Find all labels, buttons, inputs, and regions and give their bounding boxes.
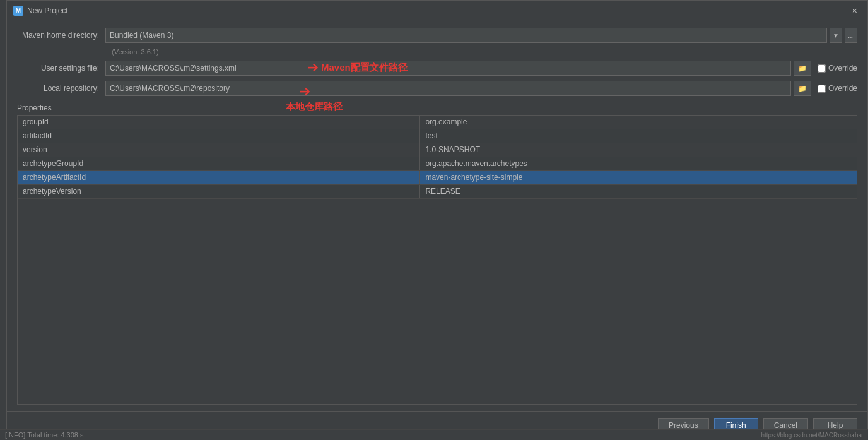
maven-home-dropdown-btn[interactable]: ▼ <box>830 28 842 43</box>
dialog-wrapper: M New Project × Maven home directory: ▼ … <box>0 0 868 440</box>
table-row: artifactId test <box>18 129 857 143</box>
maven-version-text: (Version: 3.6.1) <box>17 48 857 56</box>
local-repo-override-wrap: Override <box>818 84 857 93</box>
user-settings-input-wrap: 📁 Override <box>105 61 857 76</box>
status-bar: [INFO] Total time: 4.308 s https://blog.… <box>0 429 868 440</box>
local-repo-label: Local repository: <box>17 84 105 93</box>
maven-home-input-wrap: ▼ ... <box>105 28 857 43</box>
local-repo-input-wrap: 📁 Override <box>105 81 857 96</box>
table-row: groupId org.example <box>18 116 857 129</box>
folder-icon-2: 📁 <box>798 85 807 92</box>
local-repo-row: Local repository: 📁 Override <box>17 81 857 96</box>
properties-section-label: Properties <box>17 104 857 112</box>
properties-inner: groupId org.example artifactId test vers… <box>18 116 857 404</box>
prop-key-1: artifactId <box>18 129 420 143</box>
table-row: archetypeVersion RELEASE <box>18 185 857 199</box>
prop-val-5: RELEASE <box>420 185 857 198</box>
prop-key-2: version <box>18 143 420 157</box>
maven-home-input[interactable] <box>105 28 827 43</box>
local-repo-section: Local repository: 📁 Override <box>17 81 857 101</box>
dialog-title: New Project <box>27 6 68 15</box>
local-repo-browse-btn[interactable]: 📁 <box>794 81 811 96</box>
prop-val-3: org.apache.maven.archetypes <box>420 157 857 170</box>
user-settings-browse-btn[interactable]: 📁 <box>794 61 811 76</box>
prop-val-0: org.example <box>420 116 857 129</box>
prop-val-1: test <box>420 129 857 143</box>
maven-home-browse-btn[interactable]: ... <box>845 28 857 43</box>
close-button[interactable]: × <box>848 4 861 17</box>
user-settings-override-label: Override <box>828 64 857 73</box>
user-settings-override-checkbox[interactable] <box>818 64 826 73</box>
local-repo-input[interactable] <box>105 81 791 96</box>
table-row: archetypeArtifactId maven-archetype-site… <box>18 171 857 185</box>
properties-table: groupId org.example artifactId test vers… <box>17 115 857 405</box>
local-repo-override-checkbox[interactable] <box>818 85 826 93</box>
new-project-dialog: M New Project × Maven home directory: ▼ … <box>6 0 868 440</box>
status-text: [INFO] Total time: 4.308 s <box>5 431 84 439</box>
prop-key-5: archetypeVersion <box>18 185 420 198</box>
maven-home-row: Maven home directory: ▼ ... <box>17 28 857 43</box>
table-row: version 1.0-SNAPSHOT <box>18 143 857 157</box>
watermark: https://blog.csdn.net/MACRosshaha <box>761 432 862 439</box>
dialog-content: Maven home directory: ▼ ... (Version: 3.… <box>7 21 867 411</box>
user-settings-section: User settings file: 📁 Override ➔ <box>17 61 857 81</box>
folder-icon: 📁 <box>798 64 807 72</box>
user-settings-override-wrap: Override <box>818 64 857 73</box>
maven-home-label: Maven home directory: <box>17 31 105 40</box>
user-settings-row: User settings file: 📁 Override <box>17 61 857 76</box>
prop-val-4: maven-archetype-site-simple <box>420 171 857 184</box>
user-settings-label: User settings file: <box>17 64 105 73</box>
app-icon: M <box>13 6 23 16</box>
title-bar: M New Project × <box>7 1 867 21</box>
local-repo-override-label: Override <box>828 84 857 93</box>
table-row: archetypeGroupId org.apache.maven.archet… <box>18 157 857 171</box>
properties-container: groupId org.example artifactId test vers… <box>17 115 857 405</box>
user-settings-input[interactable] <box>105 61 791 76</box>
prop-key-4: archetypeArtifactId <box>18 171 420 184</box>
prop-key-0: groupId <box>18 116 420 129</box>
prop-val-2: 1.0-SNAPSHOT <box>420 143 857 157</box>
prop-key-3: archetypeGroupId <box>18 157 420 170</box>
title-bar-left: M New Project <box>13 6 68 16</box>
